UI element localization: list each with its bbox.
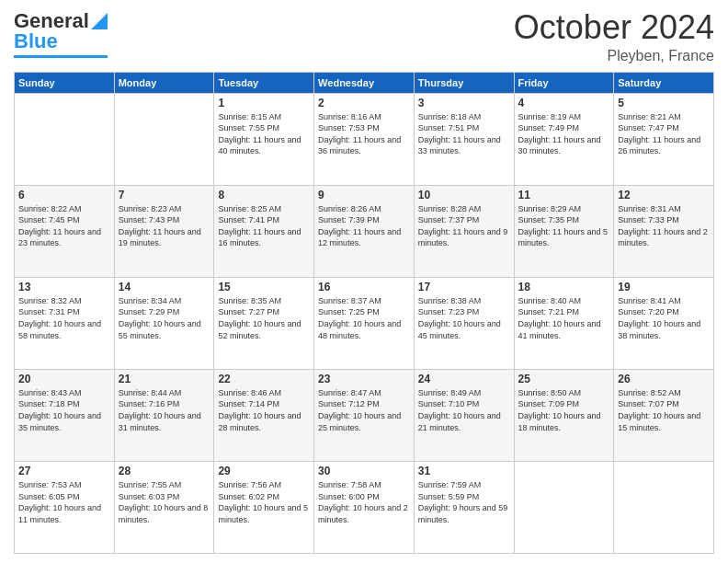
- day-number: 23: [318, 373, 410, 385]
- day-detail: Sunrise: 7:55 AMSunset: 6:03 PMDaylight:…: [119, 479, 210, 525]
- day-number: 18: [518, 281, 610, 293]
- table-row: 7Sunrise: 8:23 AMSunset: 7:43 PMDaylight…: [114, 185, 214, 277]
- day-detail: Sunrise: 8:29 AMSunset: 7:35 PMDaylight:…: [518, 203, 610, 249]
- table-row: [514, 461, 614, 553]
- day-detail: Sunrise: 8:52 AMSunset: 7:07 PMDaylight:…: [618, 387, 710, 433]
- logo-triangle-icon: [91, 9, 108, 29]
- day-number: 2: [318, 97, 410, 109]
- table-row: 4Sunrise: 8:19 AMSunset: 7:49 PMDaylight…: [514, 93, 614, 185]
- table-row: [114, 93, 214, 185]
- day-number: 21: [119, 373, 210, 385]
- calendar-table: Sunday Monday Tuesday Wednesday Thursday…: [14, 72, 714, 554]
- table-row: 20Sunrise: 8:43 AMSunset: 7:18 PMDayligh…: [15, 369, 115, 461]
- day-number: 17: [418, 281, 510, 293]
- day-detail: Sunrise: 7:56 AMSunset: 6:02 PMDaylight:…: [218, 479, 310, 525]
- col-thursday: Thursday: [414, 72, 514, 93]
- day-number: 8: [218, 189, 310, 201]
- table-row: 26Sunrise: 8:52 AMSunset: 7:07 PMDayligh…: [614, 369, 714, 461]
- day-number: 13: [18, 281, 110, 293]
- table-row: 15Sunrise: 8:35 AMSunset: 7:27 PMDayligh…: [214, 277, 314, 369]
- day-number: 12: [618, 189, 710, 201]
- day-number: 6: [18, 189, 110, 201]
- day-detail: Sunrise: 8:25 AMSunset: 7:41 PMDaylight:…: [218, 203, 310, 249]
- col-tuesday: Tuesday: [214, 72, 314, 93]
- page: General Blue October 2024 Pleyben, Franc…: [0, 0, 728, 563]
- location: Pleyben, France: [514, 48, 714, 64]
- day-detail: Sunrise: 8:44 AMSunset: 7:16 PMDaylight:…: [119, 387, 210, 433]
- calendar-week-row: 13Sunrise: 8:32 AMSunset: 7:31 PMDayligh…: [15, 277, 714, 369]
- day-number: 7: [119, 189, 210, 201]
- day-detail: Sunrise: 8:16 AMSunset: 7:53 PMDaylight:…: [318, 111, 410, 157]
- day-number: 25: [518, 373, 610, 385]
- day-detail: Sunrise: 8:32 AMSunset: 7:31 PMDaylight:…: [18, 295, 110, 341]
- day-detail: Sunrise: 7:59 AMSunset: 5:59 PMDaylight:…: [418, 479, 510, 525]
- day-detail: Sunrise: 8:47 AMSunset: 7:12 PMDaylight:…: [318, 387, 410, 433]
- day-number: 19: [618, 281, 710, 293]
- col-monday: Monday: [114, 72, 214, 93]
- day-number: 31: [418, 465, 510, 477]
- day-detail: Sunrise: 8:40 AMSunset: 7:21 PMDaylight:…: [518, 295, 610, 341]
- month-title: October 2024: [514, 9, 714, 46]
- table-row: 30Sunrise: 7:58 AMSunset: 6:00 PMDayligh…: [314, 461, 415, 553]
- day-number: 26: [618, 373, 710, 385]
- day-number: 24: [418, 373, 510, 385]
- day-detail: Sunrise: 8:15 AMSunset: 7:55 PMDaylight:…: [218, 111, 310, 157]
- logo-blue: Blue: [14, 29, 58, 53]
- day-number: 14: [119, 281, 210, 293]
- day-number: 9: [318, 189, 410, 201]
- table-row: 29Sunrise: 7:56 AMSunset: 6:02 PMDayligh…: [214, 461, 314, 553]
- table-row: 6Sunrise: 8:22 AMSunset: 7:45 PMDaylight…: [15, 185, 115, 277]
- day-number: 1: [218, 97, 310, 109]
- day-detail: Sunrise: 8:31 AMSunset: 7:33 PMDaylight:…: [618, 203, 710, 249]
- header: General Blue October 2024 Pleyben, Franc…: [14, 9, 714, 64]
- table-row: 10Sunrise: 8:28 AMSunset: 7:37 PMDayligh…: [414, 185, 514, 277]
- day-detail: Sunrise: 8:19 AMSunset: 7:49 PMDaylight:…: [518, 111, 610, 157]
- table-row: 22Sunrise: 8:46 AMSunset: 7:14 PMDayligh…: [214, 369, 314, 461]
- table-row: 8Sunrise: 8:25 AMSunset: 7:41 PMDaylight…: [214, 185, 314, 277]
- calendar-week-row: 1Sunrise: 8:15 AMSunset: 7:55 PMDaylight…: [15, 93, 714, 185]
- day-number: 11: [518, 189, 610, 201]
- col-friday: Friday: [514, 72, 614, 93]
- day-detail: Sunrise: 8:43 AMSunset: 7:18 PMDaylight:…: [18, 387, 110, 433]
- calendar-header-row: Sunday Monday Tuesday Wednesday Thursday…: [15, 72, 714, 93]
- table-row: 11Sunrise: 8:29 AMSunset: 7:35 PMDayligh…: [514, 185, 614, 277]
- calendar-week-row: 6Sunrise: 8:22 AMSunset: 7:45 PMDaylight…: [15, 185, 714, 277]
- day-detail: Sunrise: 8:26 AMSunset: 7:39 PMDaylight:…: [318, 203, 410, 249]
- col-wednesday: Wednesday: [314, 72, 415, 93]
- day-number: 29: [218, 465, 310, 477]
- table-row: [614, 461, 714, 553]
- day-detail: Sunrise: 8:46 AMSunset: 7:14 PMDaylight:…: [218, 387, 310, 433]
- day-number: 22: [218, 373, 310, 385]
- col-saturday: Saturday: [614, 72, 714, 93]
- table-row: 13Sunrise: 8:32 AMSunset: 7:31 PMDayligh…: [15, 277, 115, 369]
- calendar-week-row: 27Sunrise: 7:53 AMSunset: 6:05 PMDayligh…: [15, 461, 714, 553]
- day-detail: Sunrise: 8:34 AMSunset: 7:29 PMDaylight:…: [119, 295, 210, 341]
- table-row: 1Sunrise: 8:15 AMSunset: 7:55 PMDaylight…: [214, 93, 314, 185]
- day-detail: Sunrise: 8:50 AMSunset: 7:09 PMDaylight:…: [518, 387, 610, 433]
- table-row: 14Sunrise: 8:34 AMSunset: 7:29 PMDayligh…: [114, 277, 214, 369]
- table-row: 25Sunrise: 8:50 AMSunset: 7:09 PMDayligh…: [514, 369, 614, 461]
- day-number: 15: [218, 281, 310, 293]
- table-row: 2Sunrise: 8:16 AMSunset: 7:53 PMDaylight…: [314, 93, 415, 185]
- day-detail: Sunrise: 8:21 AMSunset: 7:47 PMDaylight:…: [618, 111, 710, 157]
- day-number: 3: [418, 97, 510, 109]
- day-detail: Sunrise: 8:18 AMSunset: 7:51 PMDaylight:…: [418, 111, 510, 157]
- table-row: 19Sunrise: 8:41 AMSunset: 7:20 PMDayligh…: [614, 277, 714, 369]
- table-row: 31Sunrise: 7:59 AMSunset: 5:59 PMDayligh…: [414, 461, 514, 553]
- title-area: October 2024 Pleyben, France: [514, 9, 714, 64]
- calendar-body: 1Sunrise: 8:15 AMSunset: 7:55 PMDaylight…: [15, 93, 714, 553]
- day-detail: Sunrise: 8:38 AMSunset: 7:23 PMDaylight:…: [418, 295, 510, 341]
- day-detail: Sunrise: 8:35 AMSunset: 7:27 PMDaylight:…: [218, 295, 310, 341]
- table-row: [15, 93, 115, 185]
- day-number: 20: [18, 373, 110, 385]
- day-detail: Sunrise: 7:53 AMSunset: 6:05 PMDaylight:…: [18, 479, 110, 525]
- day-number: 16: [318, 281, 410, 293]
- table-row: 9Sunrise: 8:26 AMSunset: 7:39 PMDaylight…: [314, 185, 415, 277]
- day-number: 30: [318, 465, 410, 477]
- day-detail: Sunrise: 8:49 AMSunset: 7:10 PMDaylight:…: [418, 387, 510, 433]
- table-row: 21Sunrise: 8:44 AMSunset: 7:16 PMDayligh…: [114, 369, 214, 461]
- day-number: 28: [119, 465, 210, 477]
- day-number: 4: [518, 97, 610, 109]
- svg-marker-0: [91, 13, 108, 29]
- table-row: 23Sunrise: 8:47 AMSunset: 7:12 PMDayligh…: [314, 369, 415, 461]
